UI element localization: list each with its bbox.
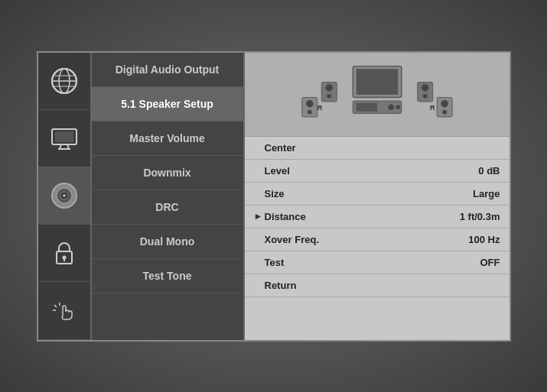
label-xover-freq: Xover Freq. xyxy=(265,234,469,245)
detail-row-size: Size Large xyxy=(245,183,510,206)
svg-rect-22 xyxy=(356,69,398,95)
speaker-layout-diagram: R R xyxy=(301,60,454,128)
menu-item-digital-audio-output[interactable]: Digital Audio Output xyxy=(92,53,243,87)
svg-rect-30 xyxy=(356,103,376,112)
value-xover-freq: 100 Hz xyxy=(468,234,500,245)
label-level: Level xyxy=(265,165,479,177)
svg-point-27 xyxy=(422,84,428,91)
menu-item-test-tone[interactable]: Test Tone xyxy=(92,259,243,293)
label-return: Return xyxy=(265,280,500,291)
globe-icon xyxy=(49,66,80,96)
arrow-distance: ► xyxy=(254,211,265,222)
detail-row-level: Level 0 dB xyxy=(245,160,510,183)
label-distance: Distance xyxy=(265,211,460,222)
svg-point-32 xyxy=(396,105,399,109)
sidebar-item-lock[interactable] xyxy=(38,225,90,282)
detail-row-test: Test OFF xyxy=(245,251,510,274)
menu-item-drc[interactable]: DRC xyxy=(92,190,243,225)
display-icon xyxy=(49,123,80,154)
detail-row-return[interactable]: Return xyxy=(245,274,510,297)
svg-point-34 xyxy=(306,100,313,107)
label-center: Center xyxy=(265,142,500,154)
svg-point-25 xyxy=(327,94,330,98)
sidebar-item-internet[interactable] xyxy=(38,53,90,110)
svg-point-31 xyxy=(388,105,393,110)
audio-icon xyxy=(49,180,80,211)
menu-item-downmix[interactable]: Downmix xyxy=(92,156,243,190)
svg-point-38 xyxy=(441,100,448,107)
svg-line-19 xyxy=(54,305,57,307)
value-size: Large xyxy=(473,188,500,199)
label-size: Size xyxy=(265,188,474,199)
value-distance: 1 ft/0.3m xyxy=(460,211,500,222)
svg-point-28 xyxy=(423,94,427,98)
speaker-diagram: R R xyxy=(245,53,510,137)
touch-icon xyxy=(49,295,80,326)
svg-point-14 xyxy=(63,194,66,197)
sidebar-item-display[interactable] xyxy=(38,110,90,167)
svg-text:R: R xyxy=(317,104,322,112)
menu-panel: Digital Audio Output 5.1 Speaker Setup M… xyxy=(92,53,245,340)
detail-row-distance[interactable]: ► Distance 1 ft/0.3m xyxy=(245,206,510,228)
sidebar-item-audio[interactable] xyxy=(38,167,90,225)
svg-point-24 xyxy=(325,84,332,91)
menu-item-speaker-setup[interactable]: 5.1 Speaker Setup xyxy=(92,87,243,121)
detail-row-xover-freq: Xover Freq. 100 Hz xyxy=(245,228,510,251)
main-container: Digital Audio Output 5.1 Speaker Setup M… xyxy=(37,51,511,342)
lock-icon xyxy=(49,238,80,268)
svg-point-39 xyxy=(442,110,446,114)
svg-point-35 xyxy=(308,110,311,114)
svg-text:R: R xyxy=(430,104,435,112)
value-test: OFF xyxy=(480,257,500,268)
svg-rect-7 xyxy=(55,131,73,142)
detail-panel: R R Center Level 0 dB Size xyxy=(245,53,510,340)
sidebar xyxy=(38,53,92,340)
value-level: 0 dB xyxy=(478,165,500,177)
menu-item-master-volume[interactable]: Master Volume xyxy=(92,121,243,156)
label-test: Test xyxy=(265,257,480,268)
sidebar-item-touch[interactable] xyxy=(38,282,90,339)
svg-point-16 xyxy=(62,256,66,260)
detail-row-center: Center xyxy=(245,137,510,160)
menu-item-dual-mono[interactable]: Dual Mono xyxy=(92,225,243,259)
detail-rows: Center Level 0 dB Size Large ► Distance … xyxy=(245,137,510,340)
